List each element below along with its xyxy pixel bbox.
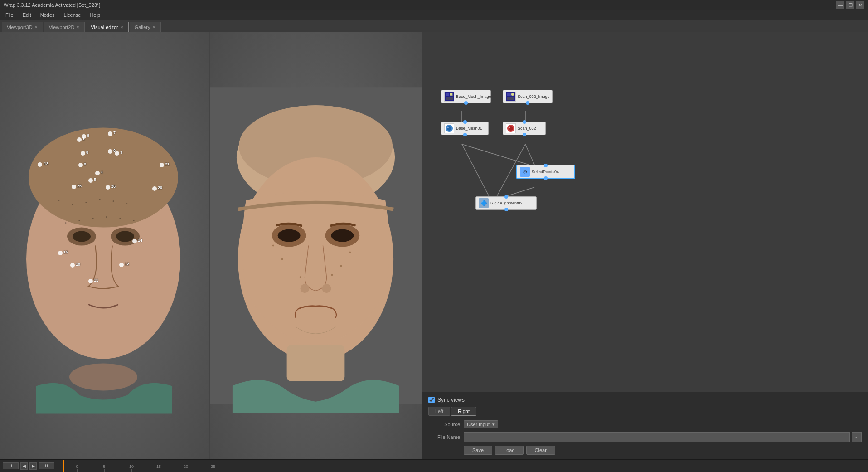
file-input-row: ⋯ [464,432,862,442]
svg-point-34 [300,276,301,278]
landmark-15-left[interactable]: 15 [58,251,63,255]
menu-license[interactable]: License [60,11,85,19]
timeline-ruler[interactable]: 0 5 10 15 20 25 [63,460,868,472]
prop-tab-left[interactable]: Left [428,407,450,416]
landmark-11-left[interactable]: 11 [88,279,93,283]
filename-label: File Name [428,434,460,440]
tab-visual-editor[interactable]: Visual editor ✕ [86,22,128,32]
viewport-left[interactable]: 18 0 1 3 4 5 6 7 8 9 10 11 12 1 [0,32,209,459]
file-browse-button[interactable]: ⋯ [852,432,862,442]
landmark-20-left[interactable]: 20 [152,186,157,191]
svg-point-32 [349,251,351,253]
tab-close-gallery[interactable]: ✕ [152,25,156,29]
node-icon-base-mesh01 [444,123,454,133]
svg-line-40 [506,187,534,196]
node-editor[interactable]: Base_Mesh_Image Scan_002_Image [422,32,868,392]
ruler-mark-10: 10 [118,464,145,472]
source-value: User input [467,422,490,427]
svg-point-11 [113,200,114,202]
clear-button[interactable]: Clear [526,446,555,455]
viewport-left-canvas: 18 0 1 3 4 5 6 7 8 9 10 11 12 1 [0,32,209,459]
close-button[interactable]: ✕ [856,1,864,9]
tab-close-viewport2d[interactable]: ✕ [76,25,80,29]
landmark-26-left[interactable]: 26 [106,185,110,190]
sync-views-label: Sync views [437,397,465,403]
node-in-rigid-alignment02[interactable] [504,195,508,199]
svg-line-41 [462,144,529,165]
node-label-base-mesh01: Base_Mesh01 [456,126,482,131]
ruler-mark-20: 20 [172,464,199,472]
minimize-button[interactable]: — [836,1,844,9]
landmark-1-left[interactable]: 1 [77,137,82,142]
menu-edit[interactable]: Edit [19,11,35,19]
landmark-8-left[interactable]: 8 [81,151,85,156]
node-rigid-alignment02[interactable]: 🔷 RigidAlignment02 [475,196,537,210]
landmark-4-left[interactable]: 4 [95,171,100,175]
sync-views-checkbox[interactable] [428,397,435,403]
node-base-mesh-image[interactable]: Base_Mesh_Image [441,90,491,103]
tab-bar: Viewport3D ✕ Viewport2D ✕ Visual editor … [0,20,868,32]
tab-viewport2d[interactable]: Viewport2D ✕ [44,22,85,32]
filename-input[interactable] [464,432,850,442]
svg-point-2 [29,128,178,228]
landmark-14-left[interactable]: 14 [132,239,137,243]
timeline-next-btn[interactable]: ▶ [29,462,37,470]
tab-close-visual-editor[interactable]: ✕ [120,25,124,29]
svg-line-38 [462,144,489,196]
maximize-button[interactable]: ❐ [846,1,854,9]
node-out-select-points04[interactable] [544,176,548,180]
node-in-scan-002[interactable] [523,120,526,124]
prop-tab-right[interactable]: Right [451,407,476,416]
landmark-12-left[interactable]: 12 [119,263,124,267]
menu-help[interactable]: Help [86,11,104,19]
node-base-mesh01[interactable]: Base_Mesh01 [441,122,489,135]
node-select-points04[interactable]: ⚙ SelectPoints04 [516,165,575,179]
svg-point-52 [511,93,514,96]
ruler-mark-25: 25 [199,464,227,472]
timeline-start-frame[interactable] [3,462,19,469]
landmark-0-left[interactable]: 0 [78,163,83,167]
node-out-base-mesh01[interactable] [463,133,467,136]
menu-nodes[interactable]: Nodes [37,11,58,19]
node-scan-002[interactable]: Scan_002 [503,122,546,135]
landmark-7-left[interactable]: 7 [108,131,112,136]
properties-panel: Sync views Left Right Source User input … [422,392,868,459]
menu-file[interactable]: File [2,11,17,19]
node-out-scan-002-image[interactable] [526,101,529,105]
timeline-current-frame[interactable] [39,462,54,469]
node-icon-select-points04: ⚙ [520,167,530,177]
node-out-rigid-alignment02[interactable] [504,208,508,211]
landmark-9-left[interactable]: 9 [108,149,112,154]
save-button[interactable]: Save [464,446,492,455]
node-connections [422,32,868,392]
svg-point-55 [447,127,449,128]
landmark-25-left[interactable]: 25 [72,185,76,189]
timeline: ◀ ▶ 0 5 10 15 20 [0,459,868,472]
load-button[interactable]: Load [495,446,523,455]
tab-close-viewport3d[interactable]: ✕ [34,25,38,29]
svg-rect-46 [446,97,453,100]
source-row: Source User input ▼ [428,420,862,428]
tab-viewport3d[interactable]: Viewport3D ✕ [2,22,43,32]
node-out-base-mesh-image[interactable] [464,101,468,105]
node-scan-002-image[interactable]: Scan_002_Image [503,90,553,103]
viewport-right[interactable]: 18 19 1 6 7 8 9 3 0 4 5 25 26 20 21 10 1… [209,32,422,459]
svg-point-5 [73,231,91,242]
timeline-prev-btn[interactable]: ◀ [20,462,28,470]
landmark-6-left[interactable]: 6 [82,134,86,139]
landmark-21-left[interactable]: 21 [160,163,164,167]
tab-gallery[interactable]: Gallery ✕ [130,22,161,32]
node-in-base-mesh01[interactable] [463,120,467,124]
landmark-10-left[interactable]: 10 [70,263,75,268]
viewport-right-canvas: 18 19 1 6 7 8 9 3 0 4 5 25 26 20 21 10 1… [210,32,422,459]
face-3d-mesh-svg [0,32,209,459]
filename-row: File Name ⋯ [428,432,862,442]
svg-rect-49 [507,93,511,96]
action-buttons-row: Save Load Clear [428,446,862,455]
node-in-select-points04[interactable] [544,164,548,167]
landmark-18-left[interactable]: 18 [38,162,42,167]
node-out-scan-002[interactable] [523,133,526,136]
landmark-5-left[interactable]: 5 [88,178,93,183]
source-dropdown[interactable]: User input ▼ [464,420,498,428]
svg-point-10 [99,199,101,200]
